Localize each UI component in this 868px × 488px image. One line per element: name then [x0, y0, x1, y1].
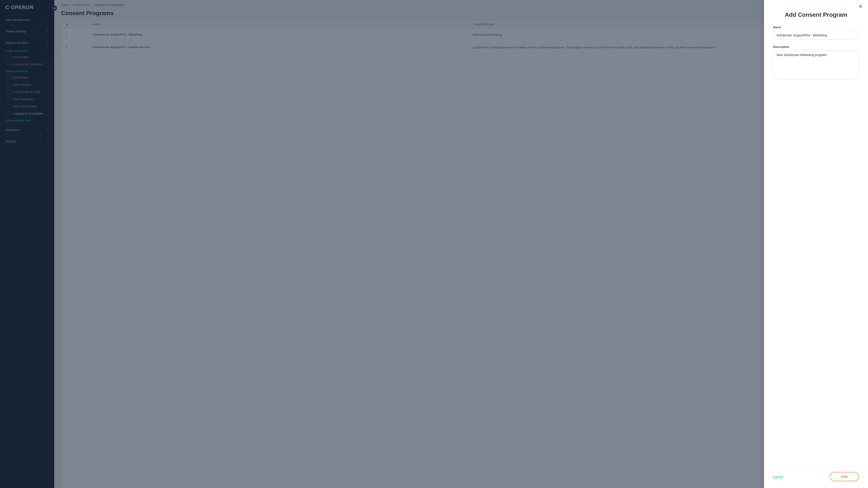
- modal-close-button[interactable]: ✕: [859, 4, 863, 9]
- modal-body: Add Consent Program Name Description: [764, 0, 868, 467]
- modal-title: Add Consent Program: [773, 11, 859, 18]
- description-field: Description: [773, 45, 859, 80]
- name-field: Name: [773, 26, 859, 40]
- name-input[interactable]: [773, 31, 859, 40]
- cancel-button[interactable]: Cancel: [773, 475, 783, 479]
- name-label: Name: [773, 26, 859, 29]
- add-consent-program-modal: ✕ Add Consent Program Name Description C…: [764, 0, 868, 488]
- modal-footer: Cancel Add: [764, 467, 868, 488]
- modal-overlay: ✕ Add Consent Program Name Description C…: [0, 0, 868, 488]
- add-button[interactable]: Add: [830, 472, 859, 481]
- description-textarea[interactable]: [773, 51, 859, 80]
- description-label: Description: [773, 45, 859, 48]
